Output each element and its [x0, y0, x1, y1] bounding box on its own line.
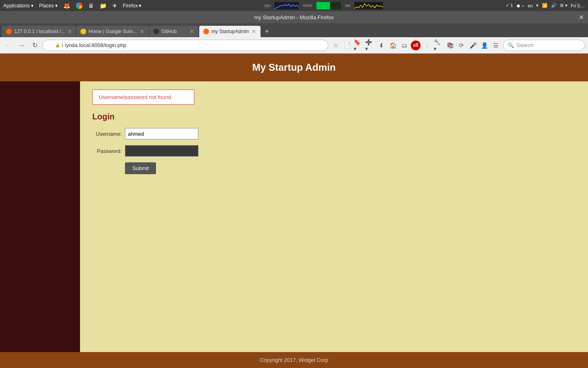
login-heading: Login — [92, 112, 576, 121]
ext-icon-3[interactable]: 👤 — [479, 40, 489, 50]
applications-label: Applications — [3, 3, 30, 9]
address-text[interactable]: lynda.local:8008/login.php — [65, 42, 126, 48]
app-icon-1: 🖥 — [88, 2, 94, 9]
addon-icon[interactable]: ➕ ▾ — [365, 40, 375, 50]
bookmark-manager-icon[interactable]: 🔖 ▾ — [354, 40, 363, 50]
site-title: My Startup Admin — [252, 62, 336, 73]
browser-toolbar: ☆ 📄 🔖 ▾ ➕ ▾ ⬇ 🏠 🗂 uB | 🔧 ▾ 📚 ⟳ 🎤 👤 ☰ — [331, 40, 501, 50]
ublock-icon[interactable]: uB — [411, 40, 421, 50]
page-wrapper: My Startup Admin Username/password not f… — [0, 54, 588, 368]
ext-icon-1[interactable]: 🔧 ▾ — [434, 40, 443, 50]
tab-label-1: 127.0.0.1 / localhost /... — [14, 29, 65, 34]
password-input[interactable] — [125, 145, 198, 157]
separator-1: | — [422, 40, 432, 50]
tab-favicon-4 — [203, 29, 209, 34]
tab-startup-admin[interactable]: my StartupAdmin ✕ — [199, 26, 261, 37]
places-arrow: ▾ — [55, 3, 58, 9]
menu-icon[interactable]: ☰ — [491, 40, 501, 50]
tab-github[interactable]: GitHub ✕ — [149, 26, 198, 37]
system-monitors: cpu mem net — [145, 2, 501, 9]
reader-icon[interactable]: 📄 — [342, 40, 352, 50]
address-bar[interactable]: 🔒 ℹ lynda.local:8008/login.php — [42, 40, 328, 51]
volume-icon: 🔊 — [551, 3, 557, 8]
telegram-icon: ✈ — [112, 2, 117, 9]
submit-row: Submit — [92, 162, 576, 174]
site-body: Username/password not found. Login Usern… — [0, 81, 588, 352]
firefox-menu[interactable]: Firefox ▾ — [123, 3, 142, 9]
refresh-icon[interactable]: ⟳ — [457, 40, 466, 50]
reload-button[interactable]: ↻ — [29, 40, 40, 51]
site-header: My Startup Admin — [0, 54, 588, 81]
lang-indicator[interactable]: en — [528, 3, 532, 8]
tab-close-3[interactable]: ✕ — [189, 28, 194, 35]
browser-titlebar: my StartupAdmin - Mozilla Firefox ✕ — [0, 11, 588, 23]
tab-close-2[interactable]: ✕ — [140, 28, 145, 35]
home-icon[interactable]: 🏠 — [388, 40, 398, 50]
new-tab-button[interactable]: + — [261, 26, 273, 37]
tab-favicon-2 — [80, 29, 86, 34]
tab-label-2: Home | Google Sum... — [89, 29, 137, 34]
ext-icon-2[interactable]: 📚 — [445, 40, 455, 50]
mic-icon[interactable]: 🎤 — [468, 40, 478, 50]
mem-graph — [316, 2, 341, 9]
wifi-icon: 📶 — [542, 3, 548, 8]
applications-arrow: ▾ — [31, 3, 33, 9]
site-sidebar — [0, 81, 80, 352]
browser-tabs: 127.0.0.1 / localhost /... ✕ Home | Goog… — [0, 23, 588, 37]
footer-text: Copyright 2017, Widget Corp — [260, 357, 328, 363]
tab-label-4: my StartupAdmin — [212, 29, 249, 34]
clock: Fri 5:... — [571, 3, 585, 8]
info-icon: ℹ — [62, 43, 63, 47]
error-message: Username/password not found. — [99, 94, 173, 100]
username-row: Username: — [92, 128, 576, 139]
applications-menu[interactable]: Applications ▾ — [3, 3, 33, 9]
search-bar[interactable]: 🔍 Search — [503, 40, 585, 51]
submit-button[interactable]: Submit — [125, 162, 156, 174]
password-label: Password: — [92, 148, 125, 154]
browser-title: my StartupAdmin - Mozilla Firefox — [254, 14, 334, 20]
site-footer: Copyright 2017, Widget Corp — [0, 352, 588, 368]
tab-google[interactable]: Home | Google Sum... ✕ — [76, 26, 149, 37]
tab-favicon-1 — [6, 29, 12, 34]
battery-icon: ⏺ ▾ — [516, 3, 524, 8]
password-row: Password: — [92, 145, 576, 157]
places-menu[interactable]: Places ▾ — [39, 3, 58, 9]
check-icon: ✓ 1 — [506, 3, 513, 8]
search-text: Search — [517, 42, 533, 48]
cpu-graph — [274, 2, 299, 9]
app-icon-2: 📁 — [100, 2, 107, 9]
os-topbar: Applications ▾ Places ▾ 🦊 🖥 📁 ✈ Firefox … — [0, 0, 588, 11]
tab-close-1[interactable]: ✕ — [67, 28, 72, 35]
browser-navbar: ← → ↻ 🔒 ℹ lynda.local:8008/login.php ☆ 📄… — [0, 37, 588, 54]
username-label: Username: — [92, 131, 125, 137]
tab-close-4[interactable]: ✕ — [252, 28, 256, 35]
places-label: Places — [39, 3, 54, 9]
username-input[interactable] — [125, 128, 198, 139]
site-main: Username/password not found. Login Usern… — [80, 81, 588, 352]
back-button[interactable]: ← — [3, 40, 14, 51]
search-icon: 🔍 — [508, 42, 514, 48]
tab-label-3: GitHub — [162, 29, 177, 34]
tab-localhost[interactable]: 127.0.0.1 / localhost /... ✕ — [2, 26, 76, 37]
net-graph — [354, 2, 383, 9]
chrome-icon — [76, 2, 82, 9]
firefox-arrow: ▾ — [139, 3, 141, 9]
bookmark-icon[interactable]: ☆ — [331, 40, 341, 50]
os-topbar-right: ✓ 1 ⏺ ▾ en ▾ 📶 🔊 ⚙ ▾ Fri 5:... — [506, 3, 585, 8]
download-icon[interactable]: ⬇ — [376, 40, 386, 50]
tab-favicon-3 — [154, 29, 159, 34]
secure-icon: 🔒 — [55, 43, 60, 47]
pocket-icon[interactable]: 🗂 — [399, 40, 409, 50]
forward-button[interactable]: → — [16, 40, 27, 51]
firefox-icon: 🦊 — [63, 2, 70, 9]
firefox-label: Firefox — [123, 3, 138, 9]
error-alert: Username/password not found. — [92, 90, 194, 105]
browser-close-button[interactable]: ✕ — [579, 13, 584, 21]
login-form: Username: Password: Submit — [92, 128, 576, 174]
address-bar-icons: 🔒 ℹ — [55, 43, 63, 47]
lang-arrow: ▾ — [536, 3, 539, 8]
settings-icon: ⚙ ▾ — [560, 3, 568, 8]
